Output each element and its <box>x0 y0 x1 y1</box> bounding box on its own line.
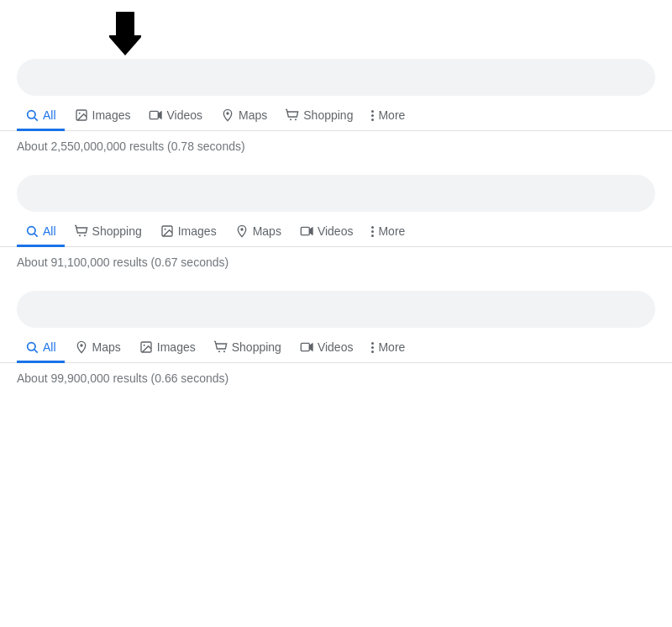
image-icon <box>160 224 174 238</box>
results-count: About 99,900,000 results (0.66 seconds) <box>0 363 672 397</box>
tab-all[interactable]: All <box>17 102 65 131</box>
tab-label: Videos <box>166 108 202 122</box>
search-bar[interactable] <box>17 59 655 96</box>
svg-line-21 <box>34 350 38 353</box>
tab-maps[interactable]: Maps <box>227 218 290 247</box>
nav-tabs: AllMapsImagesShoppingVideos More <box>0 328 672 363</box>
svg-point-20 <box>28 343 35 350</box>
svg-rect-18 <box>301 227 309 234</box>
image-icon <box>139 340 153 354</box>
search-icon <box>25 108 39 122</box>
video-icon <box>300 340 313 354</box>
dots-icon <box>371 224 374 238</box>
svg-point-13 <box>79 234 81 236</box>
section-3: AllMapsImagesShoppingVideos MoreAbout 99… <box>0 291 672 397</box>
tab-label: Images <box>92 108 131 122</box>
search-bar[interactable] <box>17 291 655 328</box>
svg-point-22 <box>80 344 82 346</box>
dots-icon <box>371 108 374 122</box>
tab-shopping[interactable]: Shopping <box>206 334 290 363</box>
tab-maps[interactable]: Maps <box>213 102 276 131</box>
svg-point-9 <box>290 119 291 120</box>
tab-label: Images <box>157 340 196 354</box>
section-1: AllImagesVideosMapsShopping MoreAbout 2,… <box>0 59 672 165</box>
svg-point-16 <box>164 229 165 230</box>
nav-tabs: AllImagesVideosMapsShopping More <box>0 96 672 131</box>
tab-label: More <box>378 340 405 354</box>
svg-point-2 <box>28 111 35 119</box>
tab-shopping[interactable]: Shopping <box>66 218 150 247</box>
tab-more[interactable]: More <box>363 102 413 131</box>
video-icon <box>300 224 313 238</box>
map-icon <box>235 224 249 238</box>
video-icon <box>149 108 162 122</box>
svg-rect-27 <box>301 343 309 350</box>
tab-all[interactable]: All <box>17 334 65 363</box>
map-icon <box>75 340 88 354</box>
svg-line-3 <box>34 118 38 121</box>
section-2: AllShoppingImagesMapsVideos MoreAbout 91… <box>0 175 672 281</box>
tab-more[interactable]: More <box>363 334 413 363</box>
tab-videos[interactable]: Videos <box>291 218 362 247</box>
image-icon <box>75 108 88 122</box>
tab-images[interactable]: Images <box>131 334 204 363</box>
tab-shopping[interactable]: Shopping <box>277 102 361 131</box>
search-icon <box>25 340 39 354</box>
tab-label: Videos <box>318 340 354 354</box>
shopping-icon <box>214 340 228 354</box>
tab-label: Maps <box>253 224 281 238</box>
tab-label: Shopping <box>92 224 142 238</box>
tab-label: Shopping <box>232 340 281 354</box>
tab-maps[interactable]: Maps <box>66 334 129 363</box>
svg-marker-1 <box>109 12 141 55</box>
svg-point-25 <box>218 350 220 352</box>
tab-label: All <box>43 224 56 238</box>
tab-label: Images <box>178 224 217 238</box>
svg-line-12 <box>34 234 38 237</box>
down-arrow-icon <box>109 12 141 55</box>
svg-point-10 <box>295 119 297 120</box>
tab-images[interactable]: Images <box>66 102 139 131</box>
search-icon <box>25 224 39 238</box>
tab-more[interactable]: More <box>363 218 413 247</box>
svg-point-8 <box>226 112 228 114</box>
shopping-icon <box>75 224 88 238</box>
svg-point-24 <box>143 345 144 346</box>
search-bar[interactable] <box>17 175 655 212</box>
map-icon <box>221 108 234 122</box>
svg-rect-6 <box>150 111 159 119</box>
shopping-icon <box>286 108 299 122</box>
tab-label: Maps <box>92 340 121 354</box>
tab-label: More <box>378 108 405 122</box>
tab-label: All <box>43 340 56 354</box>
svg-point-26 <box>223 350 225 352</box>
tab-videos[interactable]: Videos <box>140 102 211 131</box>
nav-tabs: AllShoppingImagesMapsVideos More <box>0 212 672 247</box>
tab-label: Videos <box>318 224 354 238</box>
svg-point-5 <box>78 113 80 114</box>
tab-label: Shopping <box>303 108 353 122</box>
svg-point-11 <box>28 227 35 234</box>
tab-videos[interactable]: Videos <box>291 334 362 363</box>
dots-icon <box>371 340 374 354</box>
tab-label: More <box>378 224 405 238</box>
tab-label: Maps <box>239 108 267 122</box>
results-count: About 2,550,000,000 results (0.78 second… <box>0 131 672 165</box>
svg-point-14 <box>84 234 86 236</box>
svg-point-17 <box>240 228 243 230</box>
results-count: About 91,100,000 results (0.67 seconds) <box>0 247 672 281</box>
tab-images[interactable]: Images <box>152 218 225 247</box>
tab-label: All <box>43 108 56 122</box>
tab-all[interactable]: All <box>17 218 65 247</box>
